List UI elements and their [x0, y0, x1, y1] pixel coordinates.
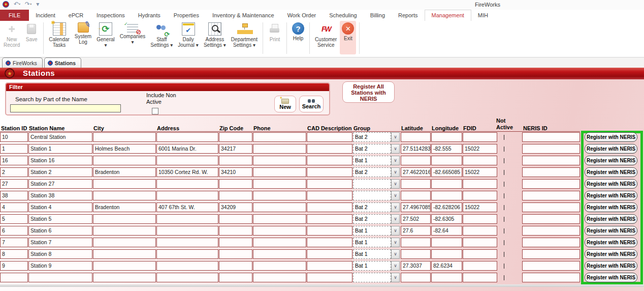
cell-address[interactable]: [156, 214, 218, 224]
cell-station-name[interactable]: Station 8: [28, 249, 92, 259]
cell-neris-id[interactable]: [522, 167, 580, 177]
cell-station-id[interactable]: 1: [0, 144, 28, 154]
cell-city[interactable]: Bradenton: [93, 202, 156, 212]
not-active-checkbox[interactable]: [504, 135, 504, 140]
cell-city[interactable]: [93, 156, 156, 165]
cell-station-name[interactable]: Station 1: [28, 144, 92, 154]
cell-latitude[interactable]: 27.502: [401, 214, 431, 224]
companies-button[interactable]: Companies ▾: [118, 21, 148, 54]
cell-neris-id[interactable]: [522, 144, 580, 154]
cell-phone[interactable]: [253, 144, 306, 154]
cell-phone[interactable]: [253, 179, 306, 189]
group-combobox[interactable]: Bat 1: [353, 261, 400, 271]
ribbon-tab-reports[interactable]: Reports: [392, 10, 425, 21]
cell-fdid[interactable]: [463, 156, 497, 165]
cell-zip-code[interactable]: 34210: [219, 167, 252, 177]
cell-latitude[interactable]: [401, 238, 431, 247]
cell-station-id[interactable]: 9: [0, 261, 28, 271]
cell-longitude[interactable]: 82.6234: [431, 261, 462, 271]
ribbon-tab-file[interactable]: FILE: [0, 10, 29, 21]
cell-neris-id[interactable]: [522, 191, 580, 200]
cell-neris-id[interactable]: [522, 261, 580, 271]
ribbon-tab-hydrants[interactable]: Hydrants: [132, 10, 167, 21]
cell-fdid[interactable]: 15022: [463, 202, 497, 212]
qat-customize-icon[interactable]: ▾: [36, 1, 39, 8]
cell-zip-code[interactable]: [219, 249, 252, 259]
group-combobox[interactable]: Bat 2: [353, 132, 400, 142]
cell-latitude[interactable]: [401, 249, 431, 259]
include-non-active-checkbox[interactable]: [152, 108, 158, 114]
cell-latitude[interactable]: [401, 191, 431, 200]
cell-station-name[interactable]: Station 16: [28, 156, 92, 165]
cell-address[interactable]: [156, 226, 218, 236]
not-active-checkbox[interactable]: [504, 228, 504, 234]
cell-neris-id[interactable]: [522, 226, 580, 236]
cell-latitude[interactable]: 27.6: [401, 226, 431, 236]
cell-phone[interactable]: [253, 202, 306, 212]
cell-fdid[interactable]: [463, 132, 497, 142]
not-active-checkbox[interactable]: [504, 147, 504, 152]
save-button[interactable]: Save: [23, 21, 40, 54]
cell-phone[interactable]: [253, 238, 306, 247]
cell-cad-description[interactable]: [307, 202, 352, 212]
print-button[interactable]: Print: [266, 21, 283, 54]
cell-phone[interactable]: [253, 132, 306, 142]
cell-city[interactable]: [93, 238, 156, 247]
cell-station-id[interactable]: 7: [0, 238, 28, 247]
cell-latitude[interactable]: [401, 156, 431, 165]
search-button[interactable]: Search: [299, 96, 324, 112]
cell-zip-code[interactable]: [219, 238, 252, 247]
cell-address[interactable]: 6001 Marina Dr.: [156, 144, 218, 154]
cell-longitude[interactable]: [431, 249, 462, 259]
not-active-checkbox[interactable]: [504, 158, 504, 163]
cell-zip-code[interactable]: [219, 261, 252, 271]
chevron-down-icon[interactable]: [391, 191, 400, 200]
cell-fdid[interactable]: [463, 238, 497, 247]
chevron-down-icon[interactable]: [391, 226, 400, 236]
not-active-checkbox[interactable]: [504, 264, 504, 269]
cell-longitude[interactable]: [431, 238, 462, 247]
cell-city[interactable]: [93, 179, 156, 189]
not-active-checkbox[interactable]: [504, 182, 504, 187]
ribbon-tab-inspections[interactable]: Inspections: [90, 10, 132, 21]
cell-fdid[interactable]: [463, 191, 497, 200]
cell-zip-code[interactable]: [219, 214, 252, 224]
cell-phone[interactable]: [253, 226, 306, 236]
chevron-down-icon[interactable]: [391, 273, 400, 282]
ribbon-tab-inventory-maintenance[interactable]: Inventory & Maintenance: [206, 10, 281, 21]
cell-cad-description[interactable]: [307, 132, 352, 142]
cell-longitude[interactable]: -82.628206: [431, 202, 462, 212]
register-with-neris-button[interactable]: Register with NERIS: [585, 273, 637, 282]
cell-address[interactable]: 10350 Cortez Rd. W.: [156, 167, 218, 177]
cell-station-id[interactable]: [0, 273, 28, 282]
cell-latitude[interactable]: 27.4967085: [401, 202, 431, 212]
cell-station-name[interactable]: Central Station: [28, 132, 92, 142]
cell-station-id[interactable]: 2: [0, 167, 28, 177]
cell-station-id[interactable]: 10: [0, 132, 28, 142]
cell-address[interactable]: [156, 179, 218, 189]
cell-latitude[interactable]: [401, 179, 431, 189]
cell-phone[interactable]: [253, 214, 306, 224]
group-combobox[interactable]: [353, 273, 400, 282]
not-active-checkbox[interactable]: [504, 275, 504, 280]
ribbon-tab-management[interactable]: Management: [425, 10, 471, 21]
chevron-down-icon[interactable]: [391, 179, 400, 189]
cell-city[interactable]: [93, 132, 156, 142]
cell-station-name[interactable]: Station 2: [28, 167, 92, 177]
register-with-neris-button[interactable]: Register with NERIS: [585, 156, 637, 165]
cell-latitude[interactable]: [401, 132, 431, 142]
not-active-checkbox[interactable]: [504, 240, 504, 245]
cell-neris-id[interactable]: [522, 238, 580, 247]
cell-address[interactable]: [156, 191, 218, 200]
chevron-down-icon[interactable]: [391, 156, 400, 165]
cell-fdid[interactable]: 15022: [463, 144, 497, 154]
cell-fdid[interactable]: 15022: [463, 167, 497, 177]
cell-station-id[interactable]: 16: [0, 156, 28, 165]
cell-fdid[interactable]: [463, 179, 497, 189]
cell-longitude[interactable]: [431, 179, 462, 189]
group-combobox[interactable]: Bat 1: [353, 226, 400, 236]
cell-neris-id[interactable]: [522, 156, 580, 165]
cell-address[interactable]: [156, 261, 218, 271]
cell-city[interactable]: [93, 191, 156, 200]
chevron-down-icon[interactable]: [391, 261, 400, 271]
